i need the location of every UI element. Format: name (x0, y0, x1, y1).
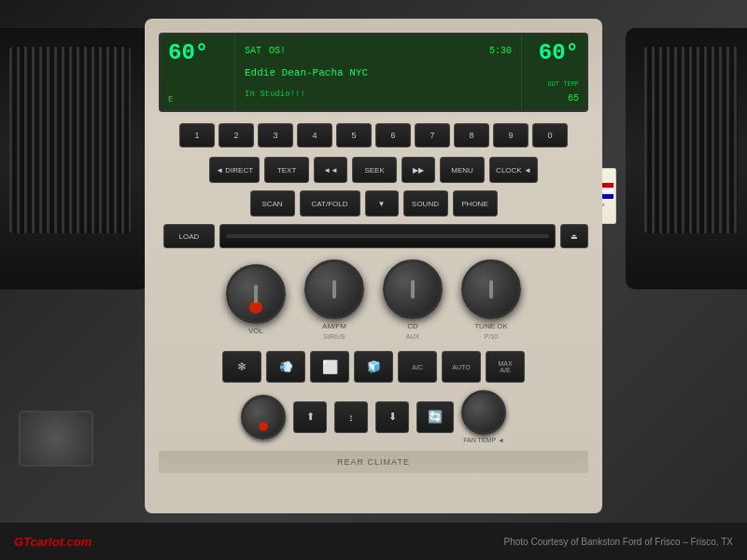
rear-climate-bar: REAR CLIMATE (159, 451, 588, 473)
clock-button[interactable]: CLOCK ◄ (489, 157, 538, 183)
seek-button[interactable]: SEEK (352, 157, 397, 183)
vent2-icon: ↕ (348, 412, 354, 423)
sound-button[interactable]: SOUND (403, 190, 448, 217)
preset-btn-4[interactable]: 4 (297, 123, 332, 147)
menu-button[interactable]: MENU (440, 157, 485, 183)
amfm-label: AM/FM (322, 322, 346, 330)
center-panel: 60° E SAT OS! 5:30 Eddie Dean-Pacha NYC … (145, 19, 602, 513)
control-row-1: ◄ DIRECT TEXT ◄◄ SEEK ▶▶ MENU CLOCK ◄ (159, 157, 588, 183)
aux-label: AUX (406, 333, 419, 340)
photo-credit: Photo Courtesy of Bankston Ford of Frisc… (504, 537, 733, 547)
max-label: MAXA/E (498, 360, 512, 373)
display-left: 60° E (161, 35, 235, 110)
climate-vent3-btn[interactable]: ⬇ (375, 401, 409, 433)
load-button[interactable]: LOAD (163, 224, 215, 248)
preset-btn-7[interactable]: 7 (415, 123, 450, 147)
e-label: E (168, 95, 227, 105)
outside-temp-label: OUT TEMP (529, 80, 579, 88)
next-button[interactable]: ▶▶ (402, 157, 435, 183)
cd-knob[interactable] (383, 259, 443, 319)
station-subtitle: In Studio!!! (245, 90, 512, 99)
climate-right-knob[interactable] (461, 390, 506, 435)
power-indicator (249, 301, 262, 314)
sat-label: SAT (245, 46, 261, 56)
defrost-btn[interactable]: ❄ (222, 351, 261, 383)
preset-btn-5[interactable]: 5 (336, 123, 372, 147)
display-right: 60° OUT TEMP 65 (521, 35, 586, 110)
amfm-knob[interactable] (304, 259, 364, 319)
preset-buttons-row: 1 2 3 4 5 6 7 8 9 0 (159, 123, 588, 147)
preset-btn-8[interactable]: 8 (454, 123, 489, 147)
vol-knob[interactable] (226, 264, 286, 324)
vent3-icon: ⬇ (388, 411, 397, 423)
vent1-icon: ⬆ (306, 411, 315, 423)
outside-temp: 65 (568, 93, 579, 104)
display-time: 5:30 (489, 46, 512, 56)
vent-icon: 💨 (279, 361, 293, 372)
knob-row: VOL AM/FM SIRIUS CD AUX TUNE OK (159, 259, 588, 340)
vol-knob-container: VOL (226, 264, 286, 335)
cd-label: CD (407, 322, 418, 330)
vent-btn[interactable]: 💨 (266, 351, 305, 383)
display-center: SAT OS! 5:30 Eddie Dean-Pacha NYC In Stu… (235, 35, 521, 110)
right-temp: 60° (529, 40, 579, 65)
cat-fold-button[interactable]: CAT/FOLD (300, 190, 360, 217)
vol-label: VOL (248, 327, 263, 335)
preset-btn-2[interactable]: 2 (218, 123, 254, 147)
max-ae-btn[interactable]: MAXA/E (486, 351, 525, 383)
preset-btn-6[interactable]: 6 (375, 123, 411, 147)
recirculate-btn[interactable]: 🔄 (416, 401, 454, 433)
windshield-btn[interactable]: ⬜ (310, 351, 349, 383)
left-vent (0, 28, 149, 289)
text-button[interactable]: TEXT (264, 157, 309, 183)
tune-knob-container: TUNE OK P/10 (461, 259, 521, 340)
windshield-icon: ⬜ (322, 360, 338, 373)
display-screen: 60° E SAT OS! 5:30 Eddie Dean-Pacha NYC … (159, 33, 588, 112)
scan-button[interactable]: SCAN (250, 190, 295, 217)
left-temp: 60° (168, 40, 227, 65)
auto-btn[interactable]: AUTO (442, 351, 481, 383)
amfm-knob-container: AM/FM SIRIUS (304, 259, 364, 340)
rear-climate-label: REAR CLIMATE (337, 457, 410, 467)
tune-label: TUNE OK (474, 322, 508, 330)
fan-temp-label: FAN TEMP ◄ (463, 437, 504, 443)
dashboard-bg: MSRP 60° E SAT OS! 5:30 Eddie Dean-Pacha… (0, 0, 747, 523)
sirius-label: SIRIUS (323, 333, 345, 340)
brand-logo[interactable]: GTcarlot.com (14, 535, 92, 549)
preset-btn-9[interactable]: 9 (493, 123, 529, 147)
climate-top-row: ❄ 💨 ⬜ 🧊 A/C AUTO MAXA/E (159, 351, 588, 383)
load-row: LOAD ⏏ (159, 224, 588, 248)
ac-btn[interactable]: A/C (398, 351, 437, 383)
down-button[interactable]: ▼ (365, 190, 399, 217)
climate-power-indicator (259, 422, 268, 431)
right-vent (626, 28, 747, 289)
os-label: OS! (269, 46, 286, 56)
rear-defrost-btn[interactable]: 🧊 (354, 351, 393, 383)
prev-button[interactable]: ◄◄ (314, 157, 347, 183)
preset-btn-0[interactable]: 0 (532, 123, 568, 147)
eject-button[interactable]: ⏏ (560, 224, 588, 248)
climate-left-knob[interactable] (241, 395, 286, 440)
preset-btn-1[interactable]: 1 (179, 123, 215, 147)
phone-button[interactable]: PHONE (453, 190, 498, 217)
pedal-area (19, 411, 93, 467)
rear-defrost-icon: 🧊 (367, 361, 381, 372)
cd-knob-container: CD AUX (383, 259, 443, 340)
defrost-icon: ❄ (237, 361, 247, 372)
climate-vent1-btn[interactable]: ⬆ (293, 401, 327, 433)
control-row-2: SCAN CAT/FOLD ▼ SOUND PHONE (159, 190, 588, 217)
auto-label: AUTO (452, 364, 470, 371)
recirculate-icon: 🔄 (428, 410, 443, 424)
bottom-bar: GTcarlot.com Photo Courtesy of Bankston … (0, 523, 747, 560)
climate-bottom-row: ⬆ ↕ ⬇ 🔄 FAN TEMP ◄ (159, 390, 588, 443)
direct-button[interactable]: ◄ DIRECT (209, 157, 260, 183)
photo-container: MSRP 60° E SAT OS! 5:30 Eddie Dean-Pacha… (0, 0, 747, 523)
preset-btn-3[interactable]: 3 (258, 123, 293, 147)
station-name: Eddie Dean-Pacha NYC (245, 67, 512, 78)
p10-label: P/10 (485, 333, 498, 340)
tune-knob[interactable] (461, 259, 521, 319)
climate-vent2-btn[interactable]: ↕ (334, 401, 368, 433)
ac-label: A/C (412, 364, 423, 371)
